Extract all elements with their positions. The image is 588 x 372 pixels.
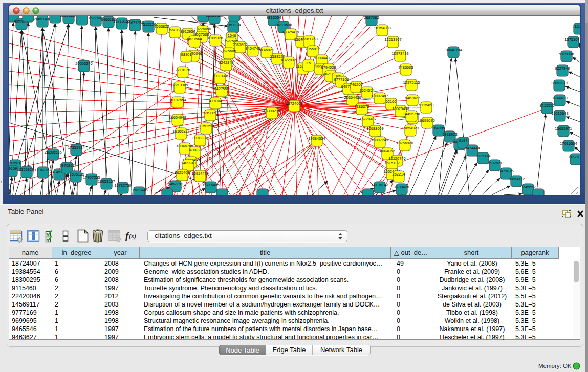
svg-text:1546: 1546 xyxy=(228,33,236,38)
svg-text:13325419: 13325419 xyxy=(282,30,299,34)
svg-text:16107554: 16107554 xyxy=(169,98,186,102)
svg-text:18724007: 18724007 xyxy=(286,101,302,106)
svg-text:14495796: 14495796 xyxy=(403,112,420,116)
svg-text:98901: 98901 xyxy=(181,52,192,57)
svg-text:15751074: 15751074 xyxy=(564,37,580,42)
svg-text:10807487: 10807487 xyxy=(371,94,388,98)
svg-text:7485003: 7485003 xyxy=(398,65,413,70)
svg-text:9777169: 9777169 xyxy=(334,77,349,82)
svg-text:11353594: 11353594 xyxy=(198,124,215,128)
svg-text:10853257: 10853257 xyxy=(60,16,77,18)
svg-text:12213389: 12213389 xyxy=(171,83,188,87)
svg-text:12213967: 12213967 xyxy=(384,37,401,42)
svg-text:7632621: 7632621 xyxy=(487,161,502,165)
svg-text:20206535: 20206535 xyxy=(45,150,61,155)
svg-text:10958107: 10958107 xyxy=(98,179,115,184)
svg-text:12505135: 12505135 xyxy=(67,172,84,177)
svg-text:3498222: 3498222 xyxy=(187,148,202,152)
svg-text:(x): (x) xyxy=(129,233,136,240)
svg-text:18300215: 18300215 xyxy=(263,108,280,113)
svg-text:417004: 417004 xyxy=(209,99,222,103)
svg-text:252214: 252214 xyxy=(392,172,405,177)
svg-text:20691406: 20691406 xyxy=(34,17,51,21)
svg-text:164095: 164095 xyxy=(432,126,445,130)
svg-text:16654948: 16654948 xyxy=(169,115,186,120)
svg-text:746206: 746206 xyxy=(350,82,362,87)
svg-text:8215955: 8215955 xyxy=(539,103,554,108)
svg-text:9975867: 9975867 xyxy=(59,163,74,168)
svg-text:5938923: 5938923 xyxy=(442,132,457,137)
svg-text:1615132: 1615132 xyxy=(384,161,399,165)
svg-text:9245652: 9245652 xyxy=(520,185,535,189)
svg-text:9227349: 9227349 xyxy=(555,66,570,71)
svg-text:39159: 39159 xyxy=(9,166,17,171)
svg-text:8454749: 8454749 xyxy=(245,46,260,51)
svg-text:16648784: 16648784 xyxy=(445,48,462,52)
svg-text:16782759: 16782759 xyxy=(114,183,131,188)
svg-text:2887682: 2887682 xyxy=(364,16,379,20)
svg-text:12923446: 12923446 xyxy=(130,188,147,192)
svg-text:93501: 93501 xyxy=(10,161,21,165)
svg-text:3675685: 3675685 xyxy=(221,49,236,53)
svg-text:15720407: 15720407 xyxy=(359,117,376,121)
svg-text:16210643: 16210643 xyxy=(551,111,568,116)
svg-text:10973493: 10973493 xyxy=(391,51,408,56)
svg-text:9699695: 9699695 xyxy=(420,118,434,123)
svg-text:2718176: 2718176 xyxy=(175,68,190,72)
svg-text:19654923: 19654923 xyxy=(402,126,419,130)
svg-text:8912954: 8912954 xyxy=(180,29,195,34)
svg-text:11126: 11126 xyxy=(574,24,580,29)
svg-text:13226058: 13226058 xyxy=(194,27,211,31)
svg-text:19166827: 19166827 xyxy=(172,129,189,134)
svg-text:19384554: 19384554 xyxy=(308,136,325,141)
svg-text:7663822: 7663822 xyxy=(154,24,169,29)
svg-text:9329906: 9329906 xyxy=(559,52,574,56)
svg-text:9115460: 9115460 xyxy=(419,103,434,107)
svg-text:1733426: 1733426 xyxy=(394,185,409,189)
svg-text:19218506: 19218506 xyxy=(275,23,292,27)
svg-text:15692971: 15692971 xyxy=(555,126,572,131)
svg-text:12942757: 12942757 xyxy=(34,168,51,172)
svg-text:9627564: 9627564 xyxy=(187,37,202,41)
svg-text:1167533: 1167533 xyxy=(569,155,580,159)
svg-text:10688609: 10688609 xyxy=(366,126,383,131)
svg-text:14136141: 14136141 xyxy=(371,183,388,187)
svg-text:3267150: 3267150 xyxy=(203,111,217,115)
svg-text:1409948: 1409948 xyxy=(181,161,195,165)
svg-text:9242848: 9242848 xyxy=(219,60,233,65)
svg-text:7955812: 7955812 xyxy=(305,47,320,51)
svg-text:1990448: 1990448 xyxy=(314,56,329,60)
svg-text:9197: 9197 xyxy=(459,138,468,143)
svg-text:2935114: 2935114 xyxy=(476,154,491,158)
svg-text:10025458: 10025458 xyxy=(392,106,409,111)
svg-text:8186328: 8186328 xyxy=(208,36,223,40)
svg-text:1156829: 1156829 xyxy=(19,167,34,172)
svg-text:16154808: 16154808 xyxy=(374,26,390,30)
svg-text:6794028: 6794028 xyxy=(321,65,336,70)
svg-text:15716485: 15716485 xyxy=(202,183,219,187)
svg-text:8427552: 8427552 xyxy=(214,86,229,91)
svg-text:8878334: 8878334 xyxy=(192,136,207,140)
svg-text:17016504: 17016504 xyxy=(560,141,577,146)
svg-text:10654112: 10654112 xyxy=(508,177,525,181)
svg-text:2803144: 2803144 xyxy=(212,74,227,78)
svg-text:7625402: 7625402 xyxy=(175,170,189,175)
svg-text:7357224: 7357224 xyxy=(226,23,241,27)
svg-text:9457791: 9457791 xyxy=(168,182,183,186)
svg-text:15: 15 xyxy=(307,61,311,65)
svg-text:16914479: 16914479 xyxy=(191,171,208,176)
svg-text:17359924: 17359924 xyxy=(68,145,84,150)
svg-text:8471876: 8471876 xyxy=(498,169,513,173)
svg-text:10756928: 10756928 xyxy=(396,141,413,145)
svg-text:9474444: 9474444 xyxy=(465,146,480,150)
svg-text:9463627: 9463627 xyxy=(405,96,420,100)
svg-text:62160: 62160 xyxy=(386,99,397,104)
svg-text:16961758: 16961758 xyxy=(300,37,317,41)
svg-text:1244413: 1244413 xyxy=(552,96,567,100)
svg-text:20053346: 20053346 xyxy=(75,61,92,66)
svg-text:12975115: 12975115 xyxy=(403,80,420,85)
svg-text:3624554: 3624554 xyxy=(359,88,374,93)
svg-text:7515524: 7515524 xyxy=(141,22,156,27)
svg-text:8322037: 8322037 xyxy=(281,58,296,62)
svg-text:18807249: 18807249 xyxy=(371,138,388,142)
